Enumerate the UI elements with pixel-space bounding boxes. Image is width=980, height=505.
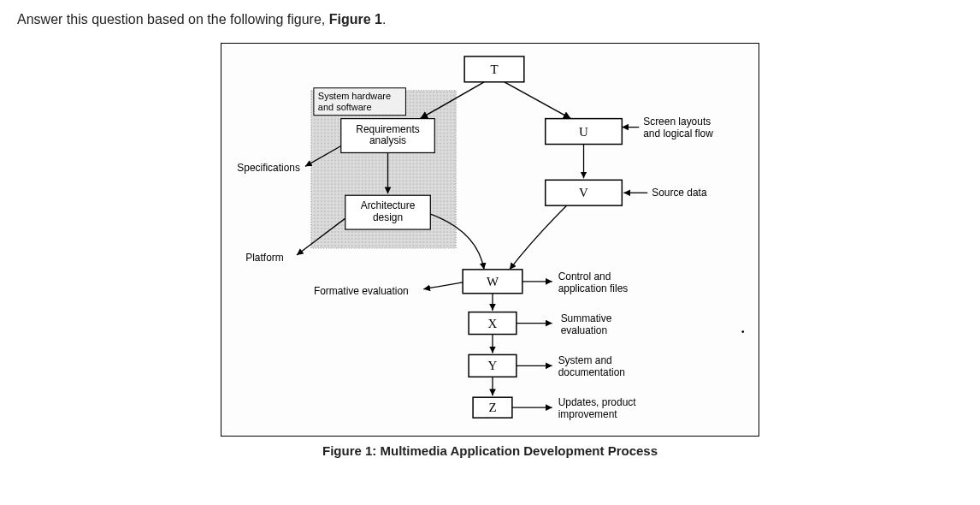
label-sys-hw-sw-l1: System hardware <box>318 91 391 101</box>
label-arch-design-l1: Architecture <box>361 199 416 211</box>
question-bold: Figure 1 <box>329 12 382 27</box>
label-sys-hw-sw-l2: and software <box>318 102 372 112</box>
label-platform: Platform <box>245 252 284 264</box>
label-formative: Formative evaluation <box>314 285 409 297</box>
label-sysdoc-l2: documentation <box>558 366 625 378</box>
edge-T-to-U <box>505 82 571 119</box>
label-summative-l2: evaluation <box>561 324 607 336</box>
label-Y: Y <box>488 359 498 372</box>
label-updates-l2: improvement <box>558 408 618 420</box>
label-specifications: Specifications <box>237 162 300 174</box>
question-text: Answer this question based on the follow… <box>17 12 963 27</box>
label-V: V <box>579 186 588 199</box>
label-source-data: Source data <box>652 187 707 199</box>
label-updates-l1: Updates, product <box>558 396 637 408</box>
label-screen-l2: and logical flow <box>643 128 713 140</box>
label-screen-l1: Screen layouts <box>643 116 711 128</box>
label-control-l1: Control and <box>558 270 611 282</box>
label-req-analysis-l2: analysis <box>369 134 406 146</box>
label-arch-design-l2: design <box>373 211 403 223</box>
figure-caption: Figure 1: Multimedia Application Develop… <box>17 443 963 458</box>
label-T: T <box>490 62 498 76</box>
question-suffix: . <box>382 12 386 27</box>
edge-W-to-formative <box>423 282 463 289</box>
label-W: W <box>487 275 499 288</box>
label-req-analysis-l1: Requirements <box>356 123 419 135</box>
label-U: U <box>579 125 588 139</box>
figure-diagram: System hardware and software T Requireme… <box>221 43 759 437</box>
figure-wrapper: System hardware and software T Requireme… <box>17 43 963 458</box>
label-Z: Z <box>488 401 496 414</box>
edge-V-to-W <box>510 205 567 270</box>
label-control-l2: application files <box>558 282 629 294</box>
label-sysdoc-l1: System and <box>558 354 612 366</box>
label-X: X <box>488 317 498 330</box>
decor-dot <box>741 330 744 333</box>
label-summative-l1: Summative <box>561 312 612 324</box>
question-prefix: Answer this question based on the follow… <box>17 12 329 27</box>
